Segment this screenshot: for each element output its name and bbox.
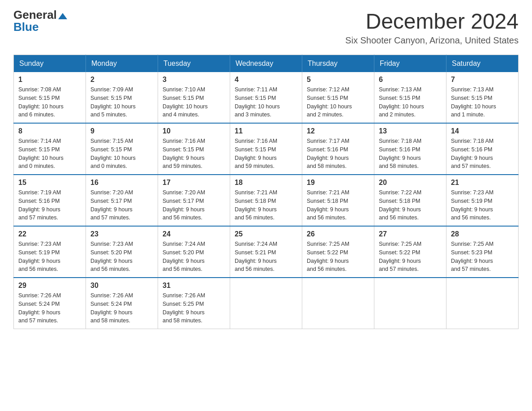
day-info: Sunrise: 7:25 AMSunset: 5:22 PMDaylight:… [379, 240, 442, 274]
table-row: 30Sunrise: 7:26 AMSunset: 5:24 PMDayligh… [86, 278, 158, 329]
calendar-week-row: 15Sunrise: 7:19 AMSunset: 5:16 PMDayligh… [14, 175, 519, 226]
table-row: 5Sunrise: 7:12 AMSunset: 5:15 PMDaylight… [302, 72, 374, 123]
calendar-week-row: 1Sunrise: 7:08 AMSunset: 5:15 PMDaylight… [14, 72, 519, 123]
weekday-header-row: Sunday Monday Tuesday Wednesday Thursday… [14, 55, 519, 73]
table-row: 20Sunrise: 7:22 AMSunset: 5:18 PMDayligh… [374, 175, 446, 226]
day-info: Sunrise: 7:08 AMSunset: 5:15 PMDaylight:… [18, 86, 81, 119]
table-row: 4Sunrise: 7:11 AMSunset: 5:15 PMDaylight… [230, 72, 302, 123]
day-number: 27 [379, 230, 442, 238]
day-number: 19 [307, 179, 369, 187]
table-row: 19Sunrise: 7:21 AMSunset: 5:18 PMDayligh… [302, 175, 374, 226]
table-row [302, 278, 374, 329]
logo: General Blue [13, 9, 67, 33]
table-row: 12Sunrise: 7:17 AMSunset: 5:16 PMDayligh… [302, 123, 374, 175]
day-number: 23 [90, 230, 153, 238]
header-monday: Monday [86, 55, 158, 73]
table-row: 24Sunrise: 7:24 AMSunset: 5:20 PMDayligh… [158, 226, 230, 278]
day-number: 12 [307, 127, 369, 135]
day-info: Sunrise: 7:21 AMSunset: 5:18 PMDaylight:… [235, 188, 297, 222]
table-row: 27Sunrise: 7:25 AMSunset: 5:22 PMDayligh… [374, 226, 446, 278]
logo-text-blue: Blue [13, 20, 39, 34]
day-number: 3 [163, 76, 225, 84]
table-row: 31Sunrise: 7:26 AMSunset: 5:25 PMDayligh… [158, 278, 230, 329]
day-info: Sunrise: 7:17 AMSunset: 5:16 PMDaylight:… [307, 137, 369, 171]
day-number: 6 [379, 76, 442, 84]
table-row [230, 278, 302, 329]
day-info: Sunrise: 7:20 AMSunset: 5:17 PMDaylight:… [90, 188, 153, 222]
table-row: 15Sunrise: 7:19 AMSunset: 5:16 PMDayligh… [14, 175, 86, 226]
day-info: Sunrise: 7:15 AMSunset: 5:15 PMDaylight:… [90, 137, 153, 171]
day-info: Sunrise: 7:14 AMSunset: 5:15 PMDaylight:… [18, 137, 81, 171]
day-number: 5 [307, 76, 369, 84]
table-row: 8Sunrise: 7:14 AMSunset: 5:15 PMDaylight… [14, 123, 86, 175]
table-row: 22Sunrise: 7:23 AMSunset: 5:19 PMDayligh… [14, 226, 86, 278]
table-row: 14Sunrise: 7:18 AMSunset: 5:16 PMDayligh… [446, 123, 519, 175]
day-number: 18 [235, 179, 297, 187]
calendar-table: Sunday Monday Tuesday Wednesday Thursday… [13, 55, 519, 329]
day-info: Sunrise: 7:19 AMSunset: 5:16 PMDaylight:… [18, 188, 81, 222]
logo-text-general: General [13, 8, 57, 21]
table-row: 17Sunrise: 7:20 AMSunset: 5:17 PMDayligh… [158, 175, 230, 226]
header-thursday: Thursday [302, 55, 374, 73]
day-info: Sunrise: 7:20 AMSunset: 5:17 PMDaylight:… [163, 188, 225, 222]
day-number: 8 [18, 127, 81, 135]
day-info: Sunrise: 7:18 AMSunset: 5:16 PMDaylight:… [379, 137, 442, 171]
day-info: Sunrise: 7:22 AMSunset: 5:18 PMDaylight:… [379, 188, 442, 222]
day-number: 11 [235, 127, 297, 135]
day-number: 13 [379, 127, 442, 135]
title-section: December 2024 Six Shooter Canyon, Arizon… [345, 9, 519, 46]
day-number: 2 [90, 76, 153, 84]
page-header: General Blue December 2024 Six Shooter C… [13, 9, 519, 46]
day-number: 1 [18, 76, 81, 84]
month-title: December 2024 [345, 9, 519, 34]
table-row: 9Sunrise: 7:15 AMSunset: 5:15 PMDaylight… [86, 123, 158, 175]
day-number: 22 [18, 230, 81, 238]
table-row: 10Sunrise: 7:16 AMSunset: 5:15 PMDayligh… [158, 123, 230, 175]
day-number: 30 [90, 282, 153, 290]
day-number: 21 [451, 179, 514, 187]
table-row: 7Sunrise: 7:13 AMSunset: 5:15 PMDaylight… [446, 72, 519, 123]
header-friday: Friday [374, 55, 446, 73]
table-row: 11Sunrise: 7:16 AMSunset: 5:15 PMDayligh… [230, 123, 302, 175]
day-info: Sunrise: 7:26 AMSunset: 5:25 PMDaylight:… [163, 291, 225, 325]
day-info: Sunrise: 7:26 AMSunset: 5:24 PMDaylight:… [90, 291, 153, 325]
day-info: Sunrise: 7:25 AMSunset: 5:22 PMDaylight:… [307, 240, 369, 274]
day-info: Sunrise: 7:11 AMSunset: 5:15 PMDaylight:… [235, 86, 297, 119]
table-row: 2Sunrise: 7:09 AMSunset: 5:15 PMDaylight… [86, 72, 158, 123]
day-number: 14 [451, 127, 514, 135]
table-row [374, 278, 446, 329]
day-info: Sunrise: 7:16 AMSunset: 5:15 PMDaylight:… [235, 137, 297, 171]
day-info: Sunrise: 7:26 AMSunset: 5:24 PMDaylight:… [18, 291, 81, 325]
day-number: 29 [18, 282, 81, 290]
header-saturday: Saturday [446, 55, 519, 73]
table-row [446, 278, 519, 329]
table-row: 3Sunrise: 7:10 AMSunset: 5:15 PMDaylight… [158, 72, 230, 123]
table-row: 21Sunrise: 7:23 AMSunset: 5:19 PMDayligh… [446, 175, 519, 226]
day-info: Sunrise: 7:21 AMSunset: 5:18 PMDaylight:… [307, 188, 369, 222]
day-number: 26 [307, 230, 369, 238]
day-info: Sunrise: 7:23 AMSunset: 5:19 PMDaylight:… [451, 188, 514, 222]
calendar-week-row: 8Sunrise: 7:14 AMSunset: 5:15 PMDaylight… [14, 123, 519, 175]
day-info: Sunrise: 7:23 AMSunset: 5:20 PMDaylight:… [90, 240, 153, 274]
day-number: 24 [163, 230, 225, 238]
table-row: 6Sunrise: 7:13 AMSunset: 5:15 PMDaylight… [374, 72, 446, 123]
location-title: Six Shooter Canyon, Arizona, United Stat… [345, 35, 519, 46]
table-row: 28Sunrise: 7:25 AMSunset: 5:23 PMDayligh… [446, 226, 519, 278]
calendar-week-row: 29Sunrise: 7:26 AMSunset: 5:24 PMDayligh… [14, 278, 519, 329]
day-number: 28 [451, 230, 514, 238]
day-number: 17 [163, 179, 225, 187]
table-row: 18Sunrise: 7:21 AMSunset: 5:18 PMDayligh… [230, 175, 302, 226]
day-info: Sunrise: 7:12 AMSunset: 5:15 PMDaylight:… [307, 86, 369, 119]
day-info: Sunrise: 7:24 AMSunset: 5:20 PMDaylight:… [163, 240, 225, 274]
header-wednesday: Wednesday [230, 55, 302, 73]
day-info: Sunrise: 7:13 AMSunset: 5:15 PMDaylight:… [379, 86, 442, 119]
day-number: 25 [235, 230, 297, 238]
day-info: Sunrise: 7:10 AMSunset: 5:15 PMDaylight:… [163, 86, 225, 119]
day-info: Sunrise: 7:09 AMSunset: 5:15 PMDaylight:… [90, 86, 153, 119]
day-number: 7 [451, 76, 514, 84]
day-info: Sunrise: 7:16 AMSunset: 5:15 PMDaylight:… [163, 137, 225, 171]
day-number: 16 [90, 179, 153, 187]
day-number: 15 [18, 179, 81, 187]
table-row: 1Sunrise: 7:08 AMSunset: 5:15 PMDaylight… [14, 72, 86, 123]
day-info: Sunrise: 7:24 AMSunset: 5:21 PMDaylight:… [235, 240, 297, 274]
